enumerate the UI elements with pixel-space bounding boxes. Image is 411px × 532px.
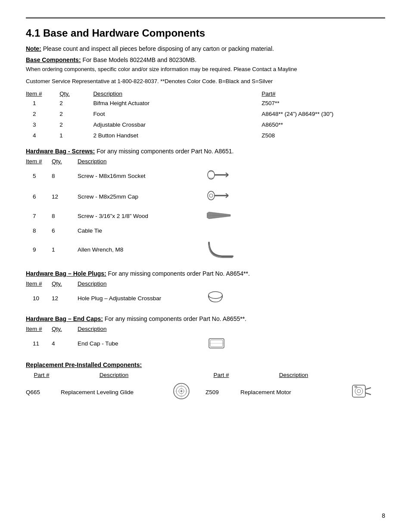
right-description: Replacement Motor xyxy=(240,380,350,404)
item-number: 3 xyxy=(26,119,59,130)
svg-line-27 xyxy=(365,393,371,395)
page-number: 8 xyxy=(382,512,385,519)
plugs-header-row: Item # Qty. Description xyxy=(26,280,385,288)
replacement-motor-icon xyxy=(350,380,385,404)
repl-col-part-left: Part # xyxy=(26,371,61,380)
end-cap-icon xyxy=(207,333,385,354)
table-row: 1 2 Bifma Height Actuator Z507** xyxy=(26,98,385,109)
col-header-item: Item # xyxy=(26,90,59,98)
part-number: A8650** xyxy=(262,119,385,130)
repl-col-icon-left xyxy=(171,371,206,380)
hardware-screws-label: Hardware Bag - Screws: xyxy=(26,148,95,155)
table-row: 4 1 2 Button Handset Z508 xyxy=(26,130,385,141)
hardware-endcaps-rest: For any missing components order Part No… xyxy=(103,315,246,322)
quantity: 2 xyxy=(59,119,93,130)
base-subtext-2: Customer Service Representative at 1-800… xyxy=(26,77,385,86)
endcaps-col-icon xyxy=(207,325,385,333)
table-row: 11 4 End Cap - Tube xyxy=(26,333,385,354)
svg-point-24 xyxy=(355,387,363,395)
note-line: Note: Please count and inspect all piece… xyxy=(26,45,385,52)
item-number: 2 xyxy=(26,109,59,119)
plugs-col-icon xyxy=(207,280,385,288)
screws-header-row: Item # Qty. Description xyxy=(26,157,385,165)
item-number: 10 xyxy=(26,288,52,308)
base-table: Item # Qty. Description Part# 1 2 Bifma … xyxy=(26,90,385,141)
left-description: Replacement Leveling Glide xyxy=(61,380,171,404)
replacement-label: Replacement Pre-Installed Components: xyxy=(26,361,142,368)
quantity: 12 xyxy=(52,186,78,207)
quantity: 4 xyxy=(52,333,78,354)
base-components-subheading: For Base Models 80224MB and 80230MB. xyxy=(81,56,197,63)
description: Foot xyxy=(93,109,262,119)
screws-col-desc: Description xyxy=(78,157,207,165)
leveling-glide-icon xyxy=(171,380,206,404)
svg-point-0 xyxy=(208,171,215,179)
table-row: 5 8 Screw - M8x16mm Socket xyxy=(26,165,385,186)
base-subtext-1: When ordering components, specific color… xyxy=(26,65,385,74)
endcaps-col-qty: Qty. xyxy=(52,325,78,333)
item-number: 1 xyxy=(26,98,59,109)
replacement-heading: Replacement Pre-Installed Components: xyxy=(26,361,385,368)
quantity: 2 xyxy=(59,98,93,109)
screw-cap-icon xyxy=(207,186,385,207)
hardware-endcaps-heading: Hardware Bag – End Caps: For any missing… xyxy=(26,315,385,322)
repl-col-icon-right xyxy=(350,371,385,380)
plugs-col-qty: Qty. xyxy=(52,280,78,288)
screws-col-qty: Qty. xyxy=(52,157,78,165)
replacement-table: Part # Description Part # Description Q6… xyxy=(26,371,385,404)
table-row: 10 12 Hole Plug – Adjustable Crossbar xyxy=(26,288,385,308)
quantity: 6 xyxy=(52,225,78,236)
svg-point-11 xyxy=(209,292,222,299)
left-part-number: Q665 xyxy=(26,380,61,404)
svg-rect-23 xyxy=(352,385,365,397)
screw-socket-icon xyxy=(207,165,385,186)
allen-wrench-icon xyxy=(207,236,385,263)
repl-col-desc-left: Description xyxy=(61,371,171,380)
hardware-screws-rest: For any missing components order Part No… xyxy=(95,148,234,155)
item-number: 7 xyxy=(26,207,52,225)
item-number: 5 xyxy=(26,165,52,186)
hardware-plugs-label: Hardware Bag – Hole Plugs: xyxy=(26,270,106,277)
screws-col-icon xyxy=(207,157,385,165)
svg-line-26 xyxy=(365,388,371,389)
svg-rect-28 xyxy=(355,386,357,388)
quantity: 1 xyxy=(59,130,93,141)
part-number: Z507** xyxy=(262,98,385,109)
note-text: Please count and inspect all pieces befo… xyxy=(43,45,274,52)
description: Screw - M8x25mm Cap xyxy=(78,186,207,207)
table-row: 7 8 Screw - 3/16”x 2 1/8” Wood xyxy=(26,207,385,225)
quantity: 1 xyxy=(52,236,78,263)
description: Screw - M8x16mm Socket xyxy=(78,165,207,186)
hardware-screws-heading: Hardware Bag - Screws: For any missing c… xyxy=(26,148,385,155)
item-number: 4 xyxy=(26,130,59,141)
endcaps-col-item: Item # xyxy=(26,325,52,333)
quantity: 8 xyxy=(52,207,78,225)
table-row: Q665 Replacement Leveling Glide Z509 Rep… xyxy=(26,380,385,404)
table-row: 6 12 Screw - M8x25mm Cap xyxy=(26,186,385,207)
svg-point-5 xyxy=(209,194,213,197)
repl-col-part-right: Part # xyxy=(206,371,240,380)
hole-plug-icon xyxy=(207,288,385,308)
part-number: Z508 xyxy=(262,130,385,141)
description: Bifma Height Actuator xyxy=(93,98,262,109)
col-header-part: Part# xyxy=(262,90,385,98)
right-part-number: Z509 xyxy=(206,380,240,404)
note-label: Note: xyxy=(26,45,41,52)
quantity: 2 xyxy=(59,109,93,119)
description: 2 Button Handset xyxy=(93,130,262,141)
endcaps-col-desc: Description xyxy=(78,325,207,333)
base-components-heading: Base Components: For Base Models 80224MB… xyxy=(26,56,385,85)
hardware-plugs-heading: Hardware Bag – Hole Plugs: For any missi… xyxy=(26,270,385,277)
part-number: A8648** (24”) A8649** (30”) xyxy=(262,109,385,119)
item-number: 6 xyxy=(26,186,52,207)
item-number: 8 xyxy=(26,225,52,236)
table-row: 3 2 Adjustable Crossbar A8650** xyxy=(26,119,385,130)
replacement-header-row: Part # Description Part # Description xyxy=(26,371,385,380)
hardware-endcaps-label: Hardware Bag – End Caps: xyxy=(26,315,103,322)
hardware-plugs-rest: For any missing components order Part No… xyxy=(106,270,250,277)
repl-col-desc-right: Description xyxy=(240,371,350,380)
top-border xyxy=(26,17,385,19)
description: Screw - 3/16”x 2 1/8” Wood xyxy=(78,207,207,225)
description: Hole Plug – Adjustable Crossbar xyxy=(78,288,207,308)
description: Allen Wrench, M8 xyxy=(78,236,207,263)
